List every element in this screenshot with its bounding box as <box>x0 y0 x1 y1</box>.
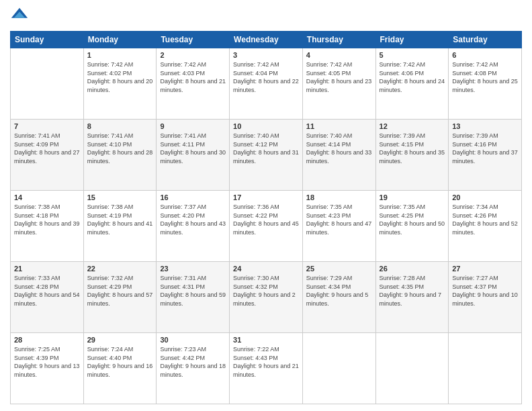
week-row-5: 28 Sunrise: 7:25 AMSunset: 4:39 PMDaylig… <box>11 333 522 404</box>
day-number: 10 <box>233 122 299 130</box>
day-info: Sunrise: 7:39 AMSunset: 4:16 PMDaylight:… <box>452 132 518 165</box>
day-number: 8 <box>87 122 153 130</box>
day-cell: 27 Sunrise: 7:27 AMSunset: 4:37 PMDaylig… <box>449 262 522 333</box>
day-cell: 7 Sunrise: 7:41 AMSunset: 4:09 PMDayligh… <box>11 120 84 191</box>
day-number: 2 <box>160 51 226 59</box>
calendar-container: Sunday Monday Tuesday Wednesday Thursday… <box>0 0 532 411</box>
day-cell <box>11 48 84 120</box>
col-tuesday: Tuesday <box>157 32 230 48</box>
col-saturday: Saturday <box>449 32 522 48</box>
day-info: Sunrise: 7:35 AMSunset: 4:25 PMDaylight:… <box>380 203 445 236</box>
day-number: 3 <box>233 51 299 59</box>
col-monday: Monday <box>83 32 157 48</box>
week-row-1: 1 Sunrise: 7:42 AMSunset: 4:02 PMDayligh… <box>11 48 522 120</box>
col-sunday: Sunday <box>11 32 84 48</box>
day-number: 9 <box>160 122 226 130</box>
day-cell <box>302 333 375 404</box>
day-info: Sunrise: 7:41 AMSunset: 4:10 PMDaylight:… <box>87 132 153 165</box>
day-cell: 3 Sunrise: 7:42 AMSunset: 4:04 PMDayligh… <box>230 48 303 120</box>
day-info: Sunrise: 7:24 AMSunset: 4:40 PMDaylight:… <box>87 345 153 379</box>
week-row-4: 21 Sunrise: 7:33 AMSunset: 4:28 PMDaylig… <box>11 262 522 333</box>
day-cell: 29 Sunrise: 7:24 AMSunset: 4:40 PMDaylig… <box>83 333 157 404</box>
day-cell: 11 Sunrise: 7:40 AMSunset: 4:14 PMDaylig… <box>302 120 375 191</box>
day-number: 28 <box>14 336 80 344</box>
day-cell: 5 Sunrise: 7:42 AMSunset: 4:06 PMDayligh… <box>375 48 449 120</box>
day-number: 25 <box>306 265 372 273</box>
day-number: 11 <box>306 122 372 130</box>
day-cell: 28 Sunrise: 7:25 AMSunset: 4:39 PMDaylig… <box>11 333 84 404</box>
week-row-3: 14 Sunrise: 7:38 AMSunset: 4:18 PMDaylig… <box>11 191 522 262</box>
day-cell: 16 Sunrise: 7:37 AMSunset: 4:20 PMDaylig… <box>157 191 230 262</box>
day-number: 27 <box>452 265 518 273</box>
day-number: 29 <box>87 336 153 344</box>
day-info: Sunrise: 7:31 AMSunset: 4:31 PMDaylight:… <box>160 274 226 308</box>
day-number: 22 <box>87 265 153 273</box>
day-cell: 4 Sunrise: 7:42 AMSunset: 4:05 PMDayligh… <box>302 48 375 120</box>
day-number: 24 <box>233 265 299 273</box>
day-cell: 17 Sunrise: 7:36 AMSunset: 4:22 PMDaylig… <box>230 191 303 262</box>
day-info: Sunrise: 7:28 AMSunset: 4:35 PMDaylight:… <box>380 274 445 308</box>
day-number: 19 <box>380 193 445 201</box>
day-cell: 26 Sunrise: 7:28 AMSunset: 4:35 PMDaylig… <box>375 262 449 333</box>
day-cell: 2 Sunrise: 7:42 AMSunset: 4:03 PMDayligh… <box>157 48 230 120</box>
day-info: Sunrise: 7:38 AMSunset: 4:19 PMDaylight:… <box>87 203 153 236</box>
day-info: Sunrise: 7:42 AMSunset: 4:06 PMDaylight:… <box>380 60 445 94</box>
day-number: 7 <box>14 122 80 130</box>
day-number: 21 <box>14 265 80 273</box>
day-info: Sunrise: 7:30 AMSunset: 4:32 PMDaylight:… <box>233 274 299 308</box>
day-number: 30 <box>160 336 226 344</box>
day-cell: 6 Sunrise: 7:42 AMSunset: 4:08 PMDayligh… <box>449 48 522 120</box>
day-number: 31 <box>233 336 299 344</box>
day-number: 18 <box>306 193 372 201</box>
day-info: Sunrise: 7:32 AMSunset: 4:29 PMDaylight:… <box>87 274 153 308</box>
day-cell: 24 Sunrise: 7:30 AMSunset: 4:32 PMDaylig… <box>230 262 303 333</box>
day-number: 14 <box>14 193 80 201</box>
day-cell: 9 Sunrise: 7:41 AMSunset: 4:11 PMDayligh… <box>157 120 230 191</box>
day-info: Sunrise: 7:37 AMSunset: 4:20 PMDaylight:… <box>160 203 226 236</box>
day-info: Sunrise: 7:22 AMSunset: 4:43 PMDaylight:… <box>233 345 299 379</box>
day-info: Sunrise: 7:42 AMSunset: 4:02 PMDaylight:… <box>87 60 153 94</box>
day-info: Sunrise: 7:42 AMSunset: 4:05 PMDaylight:… <box>306 60 372 94</box>
day-cell: 1 Sunrise: 7:42 AMSunset: 4:02 PMDayligh… <box>83 48 157 120</box>
day-number: 1 <box>87 51 153 59</box>
logo <box>10 7 32 26</box>
day-number: 5 <box>380 51 445 59</box>
day-cell <box>449 333 522 404</box>
day-cell: 23 Sunrise: 7:31 AMSunset: 4:31 PMDaylig… <box>157 262 230 333</box>
day-number: 17 <box>233 193 299 201</box>
day-cell: 12 Sunrise: 7:39 AMSunset: 4:15 PMDaylig… <box>375 120 449 191</box>
day-info: Sunrise: 7:29 AMSunset: 4:34 PMDaylight:… <box>306 274 372 308</box>
day-info: Sunrise: 7:35 AMSunset: 4:23 PMDaylight:… <box>306 203 372 236</box>
day-number: 12 <box>380 122 445 130</box>
day-cell: 30 Sunrise: 7:23 AMSunset: 4:42 PMDaylig… <box>157 333 230 404</box>
day-cell: 31 Sunrise: 7:22 AMSunset: 4:43 PMDaylig… <box>230 333 303 404</box>
col-friday: Friday <box>375 32 449 48</box>
logo-icon <box>10 7 29 26</box>
day-cell: 15 Sunrise: 7:38 AMSunset: 4:19 PMDaylig… <box>83 191 157 262</box>
day-info: Sunrise: 7:42 AMSunset: 4:04 PMDaylight:… <box>233 60 299 94</box>
day-number: 23 <box>160 265 226 273</box>
day-cell: 20 Sunrise: 7:34 AMSunset: 4:26 PMDaylig… <box>449 191 522 262</box>
day-info: Sunrise: 7:34 AMSunset: 4:26 PMDaylight:… <box>452 203 518 236</box>
day-cell: 22 Sunrise: 7:32 AMSunset: 4:29 PMDaylig… <box>83 262 157 333</box>
day-info: Sunrise: 7:40 AMSunset: 4:14 PMDaylight:… <box>306 132 372 165</box>
day-cell: 13 Sunrise: 7:39 AMSunset: 4:16 PMDaylig… <box>449 120 522 191</box>
day-info: Sunrise: 7:38 AMSunset: 4:18 PMDaylight:… <box>14 203 80 236</box>
day-number: 16 <box>160 193 226 201</box>
header <box>10 7 522 26</box>
day-info: Sunrise: 7:23 AMSunset: 4:42 PMDaylight:… <box>160 345 226 379</box>
day-info: Sunrise: 7:41 AMSunset: 4:11 PMDaylight:… <box>160 132 226 165</box>
header-row: Sunday Monday Tuesday Wednesday Thursday… <box>11 32 522 48</box>
day-number: 26 <box>380 265 445 273</box>
day-number: 13 <box>452 122 518 130</box>
day-info: Sunrise: 7:33 AMSunset: 4:28 PMDaylight:… <box>14 274 80 308</box>
day-info: Sunrise: 7:42 AMSunset: 4:08 PMDaylight:… <box>452 60 518 94</box>
week-row-2: 7 Sunrise: 7:41 AMSunset: 4:09 PMDayligh… <box>11 120 522 191</box>
day-cell: 14 Sunrise: 7:38 AMSunset: 4:18 PMDaylig… <box>11 191 84 262</box>
day-cell: 25 Sunrise: 7:29 AMSunset: 4:34 PMDaylig… <box>302 262 375 333</box>
day-number: 6 <box>452 51 518 59</box>
day-cell: 19 Sunrise: 7:35 AMSunset: 4:25 PMDaylig… <box>375 191 449 262</box>
day-info: Sunrise: 7:42 AMSunset: 4:03 PMDaylight:… <box>160 60 226 94</box>
day-info: Sunrise: 7:39 AMSunset: 4:15 PMDaylight:… <box>380 132 445 165</box>
day-number: 15 <box>87 193 153 201</box>
